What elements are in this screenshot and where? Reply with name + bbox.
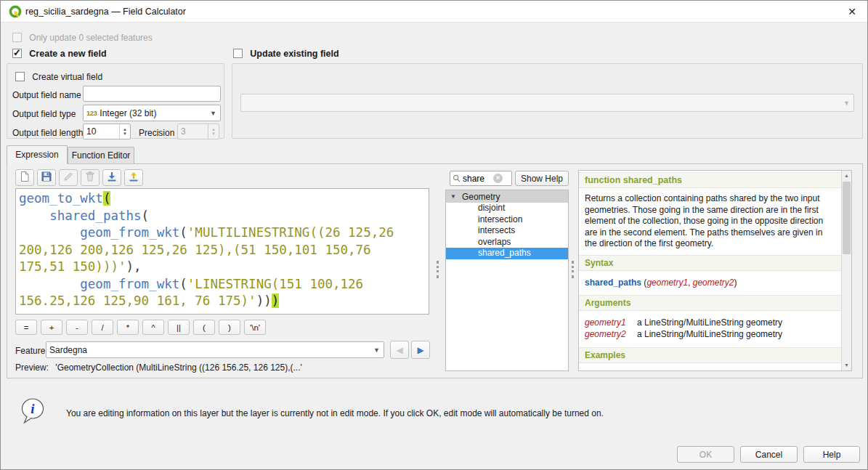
feature-value: Sardegna [49,345,87,355]
operator-button-close-paren[interactable]: ) [219,320,240,335]
only-update-selected-checkbox [12,33,22,42]
function-group-geometry[interactable]: ▼ Geometry [446,190,568,203]
output-field-type-select[interactable]: 123 Integer (32 bit) ▼ [83,105,221,121]
function-item-intersection[interactable]: intersection [446,214,568,226]
function-item-disjoint[interactable]: disjoint [446,203,568,214]
create-new-field-checkbox[interactable] [12,49,22,58]
create-new-field-row: Create a new field [12,49,107,59]
help-content: function shared_paths Returns a collecti… [579,171,841,370]
output-field-length-stepper[interactable]: 10 ▲▼ [83,123,131,139]
only-update-selected-row: Only update 0 selected features [12,33,153,43]
previous-feature-button: ◀ [390,341,409,359]
only-update-selected-label: Only update 0 selected features [29,33,152,43]
operator-button-multiply[interactable]: * [117,320,139,335]
chevron-down-icon: ▼ [843,100,850,107]
help-scrollbar[interactable]: ▲ ▼ [841,171,851,370]
operator-button-power[interactable]: ^ [142,320,164,335]
operator-button-open-paren[interactable]: ( [193,320,215,335]
new-expression-button[interactable] [15,169,34,186]
scrollbar-thumb[interactable] [843,182,851,254]
function-tree: ▼ Geometry disjointintersectionintersect… [445,190,569,371]
integer-type-icon: 123 [86,109,97,117]
update-existing-field-label: Update existing field [250,49,338,59]
show-help-label: Show Help [521,174,563,184]
output-field-type-value: Integer (32 bit) [100,108,156,118]
operator-button-concat[interactable]: || [168,320,190,335]
precision-value: 3 [181,126,186,137]
import-expression-icon [106,171,118,185]
function-search-box: ✕ [450,171,512,186]
next-feature-button[interactable]: ▶ [411,341,430,359]
edit-expression-icon [62,171,74,185]
feature-label: Feature [15,346,45,356]
syntax-arg2: geometry2 [693,277,734,288]
window-title: reg_sicilia_sardegna — Field Calculator [25,7,186,17]
syntax-arg1: geometry1 [646,277,688,288]
stepper-arrows-icon[interactable]: ▲▼ [119,124,130,139]
function-item-overlaps[interactable]: overlaps [446,237,568,248]
code-line: 200,126 200,126 125,26 125),(51 150,101 … [19,242,426,259]
tab-expression-label: Expression [15,150,58,160]
ok-label: OK [699,450,712,460]
expander-down-icon: ▼ [450,193,456,200]
help-label: Help [823,450,841,460]
preview-label: Preview: [15,362,49,373]
cancel-button[interactable]: Cancel [740,446,798,463]
edit-mode-notice: You are editing information on this laye… [66,408,792,418]
preview-value: 'GeometryCollection (MultiLineString ((1… [55,362,301,373]
precision-stepper: 3 ▲▼ [177,123,219,139]
new-expression-icon [19,171,31,185]
operator-button-divide[interactable]: / [92,320,113,335]
feature-select[interactable]: Sardegna ▼ [46,341,384,358]
save-expression-icon [41,171,52,185]
help-title: function shared_paths [579,172,841,188]
operator-button-plus[interactable]: + [41,320,62,335]
clear-search-button[interactable]: ✕ [493,174,503,183]
function-help-panel: function shared_paths Returns a collecti… [578,170,852,371]
update-existing-field-checkbox[interactable] [233,49,243,58]
code-line: shared_paths( [19,208,426,225]
export-expression-button[interactable] [124,169,143,186]
argument-row: geometry1a LineString/MultiLineString ge… [579,317,841,328]
scroll-down-icon[interactable]: ▼ [842,360,851,370]
splitter-handle[interactable] [572,261,575,278]
close-icon: ✕ [848,6,856,17]
operator-button-equals[interactable]: = [15,320,37,335]
output-field-name-label: Output field name [12,90,81,100]
operator-button-newline[interactable]: '\n' [244,320,266,335]
expression-editor[interactable]: geom_to_wkt( shared_paths( geom_from_wkt… [15,188,429,315]
help-button[interactable]: Help [803,446,860,463]
scroll-up-icon[interactable]: ▲ [842,171,851,181]
search-input[interactable] [463,174,493,184]
splitter-handle[interactable] [437,261,439,278]
create-virtual-field-checkbox[interactable] [15,72,25,81]
function-item-intersects[interactable]: intersects [446,225,568,237]
operator-button-minus[interactable]: - [66,320,88,335]
title-bar: reg_sicilia_sardegna — Field Calculator … [1,1,867,23]
edit-expression-button [59,169,78,186]
tab-expression[interactable]: Expression [7,145,68,164]
create-new-field-label: Create a new field [29,49,106,59]
code-line: geom_to_wkt( [19,190,426,208]
output-field-name-input[interactable] [83,86,221,102]
show-help-button[interactable]: Show Help [515,171,569,186]
output-field-length-label: Output field length [12,128,83,138]
export-expression-icon [128,171,139,185]
help-arguments-heading: Arguments [579,295,841,311]
delete-expression-button [81,169,100,186]
import-expression-button[interactable] [102,169,121,186]
tab-function-editor[interactable]: Function Editor [68,147,134,164]
save-expression-button[interactable] [37,169,56,186]
help-description: Returns a collection containing paths sh… [579,188,837,250]
create-virtual-field-row: Create virtual field [15,72,102,82]
cancel-label: Cancel [755,450,782,460]
chevron-down-icon: ▼ [373,347,380,354]
function-item-shared_paths[interactable]: shared_paths [446,248,568,259]
argument-row: geometry2a LineString/MultiLineString ge… [579,328,841,340]
field-calculator-dialog: reg_sicilia_sardegna — Field Calculator … [0,0,868,470]
close-button[interactable]: ✕ [837,1,867,23]
stepper-arrows-icon: ▲▼ [208,124,219,139]
clear-icon: ✕ [495,174,501,182]
help-syntax-line: shared_paths (geometry1, geometry2) [579,271,841,288]
existing-field-select: ▼ [240,94,854,112]
